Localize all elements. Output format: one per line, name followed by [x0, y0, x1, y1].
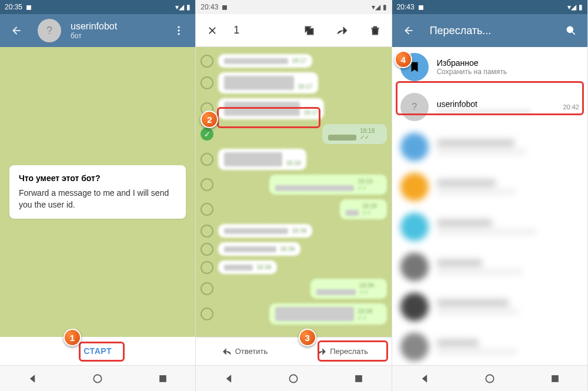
nav-back-icon[interactable] [419, 373, 430, 385]
status-bar: 20:35◼ ▾◢▮ [0, 0, 195, 14]
message-row[interactable]: 18:34 ✓✓ [201, 279, 386, 299]
bot-avatar[interactable]: ? [38, 19, 61, 42]
avatar-icon: ? [400, 93, 429, 121]
forward-header: Переслать... [392, 14, 587, 47]
svg-point-6 [290, 375, 298, 382]
list-item[interactable] [392, 207, 587, 247]
chat-subtitle: бот [71, 32, 158, 40]
list-item[interactable] [392, 167, 587, 207]
select-circle[interactable] [201, 178, 213, 191]
header-title-block[interactable]: userinfobot бот [71, 21, 158, 40]
svg-point-3 [93, 375, 101, 382]
svg-rect-7 [355, 375, 362, 382]
message-bubble[interactable]: 18:34 [218, 242, 300, 256]
nav-home-icon[interactable] [92, 373, 103, 385]
status-time: 20:35 [5, 3, 22, 11]
message-bubble[interactable]: 18:17 [218, 72, 318, 93]
nav-home-icon[interactable] [484, 373, 496, 385]
wifi-icon: ▾◢ [175, 3, 184, 11]
copy-button[interactable] [298, 19, 321, 42]
forward-label: Переслать [330, 347, 368, 356]
battery-icon: ▮ [186, 3, 191, 11]
message-row[interactable]: 18:17 [201, 54, 386, 68]
message-bubble[interactable]: 18:19 ✓✓ [340, 199, 387, 219]
reply-icon [222, 347, 232, 356]
message-bubble[interactable]: 18:18 ✓✓ [322, 124, 387, 144]
chat-list[interactable]: Избранное Сохранить на память ? userinfo… [392, 47, 587, 365]
message-bubble[interactable]: 18:34 [218, 224, 312, 238]
message-bubble[interactable]: 18:19 ✓✓ [269, 175, 387, 195]
select-circle[interactable] [201, 203, 213, 216]
more-button[interactable] [167, 19, 191, 42]
message-row[interactable]: 18:18 [201, 149, 386, 170]
list-item[interactable] [392, 247, 587, 287]
message-row[interactable]: 18:19 ✓✓ [201, 199, 386, 219]
chat-area: Что умеет этот бот? Forward a message to… [0, 47, 195, 337]
android-nav-bar [0, 365, 195, 391]
message-row[interactable]: 18:17 [201, 98, 386, 119]
wifi-icon: ▾◢ [372, 3, 380, 11]
chat-time: 20:42 [563, 103, 579, 111]
nav-recent-icon[interactable] [157, 373, 169, 385]
chat-title: userinfobot [71, 21, 158, 32]
select-circle[interactable] [201, 243, 213, 256]
android-nav-bar [196, 365, 391, 391]
userinfobot-item[interactable]: ? userinfobot 20:42 [392, 87, 587, 127]
select-circle[interactable] [201, 308, 213, 320]
message-bubble[interactable]: 18:34 [218, 260, 277, 274]
saved-messages-item[interactable]: Избранное Сохранить на память [392, 47, 587, 87]
bot-question: Что умеет этот бот? [19, 173, 176, 183]
select-circle[interactable] [201, 76, 213, 89]
android-nav-bar [392, 365, 587, 391]
svg-point-1 [178, 29, 180, 31]
nav-home-icon[interactable] [288, 373, 299, 385]
nav-recent-icon[interactable] [549, 373, 561, 385]
forward-icon-button[interactable] [330, 19, 354, 42]
list-item[interactable] [392, 327, 587, 365]
message-row[interactable]: 18:34 ✓✓ [201, 303, 386, 325]
saved-subtitle: Сохранить на память [437, 68, 579, 76]
bot-info-card: Что умеет этот бот? Forward a message to… [9, 165, 186, 219]
chat-area[interactable]: 18:1718:1718:17✓18:18 ✓✓18:1818:19 ✓✓18:… [196, 47, 391, 337]
message-bubble[interactable]: 18:34 ✓✓ [269, 303, 387, 325]
start-bar: СТАРТ [0, 337, 195, 365]
message-bubble[interactable]: 18:17 [218, 54, 312, 68]
nav-back-icon[interactable] [223, 373, 235, 385]
forward-title: Переслать... [430, 25, 550, 37]
select-circle[interactable]: ✓ [201, 128, 213, 141]
message-row[interactable]: 18:34 [201, 260, 386, 274]
message-row[interactable]: ✓18:18 ✓✓ [201, 124, 386, 144]
select-circle[interactable] [201, 153, 213, 166]
nav-back-icon[interactable] [26, 373, 38, 385]
chat-header: ? userinfobot бот [0, 14, 195, 47]
search-button[interactable] [559, 19, 583, 42]
forward-button[interactable]: Переслать [294, 347, 392, 356]
list-item[interactable] [392, 287, 587, 327]
select-circle[interactable] [201, 261, 213, 274]
saved-title: Избранное [437, 58, 579, 68]
select-circle[interactable] [201, 225, 213, 238]
step-badge-1: 1 [64, 329, 81, 346]
status-time: 20:43 [397, 3, 415, 11]
reply-button[interactable]: Ответить [196, 347, 293, 356]
message-row[interactable]: 18:17 [201, 72, 386, 93]
delete-button[interactable] [363, 19, 387, 42]
message-bubble[interactable]: 18:34 ✓✓ [310, 279, 387, 299]
back-button[interactable] [5, 19, 28, 42]
notification-icon: ◼ [26, 3, 32, 11]
list-item[interactable] [392, 127, 587, 167]
start-button[interactable]: СТАРТ [69, 342, 126, 360]
status-bar: 20:43◼ ▾◢▮ [196, 0, 391, 14]
selection-header: 1 [196, 14, 391, 47]
message-bubble[interactable]: 18:18 [218, 149, 306, 170]
select-circle[interactable] [201, 282, 213, 295]
panel-forward-target: 20:43◼ ▾◢▮ Переслать... Избранное Сохран… [392, 0, 588, 391]
message-row[interactable]: 18:34 [201, 242, 386, 256]
back-button[interactable] [397, 19, 420, 42]
close-selection-button[interactable] [201, 19, 224, 42]
nav-recent-icon[interactable] [353, 373, 365, 385]
message-row[interactable]: 18:34 [201, 224, 386, 238]
message-bubble[interactable]: 18:17 [218, 98, 324, 119]
message-row[interactable]: 18:19 ✓✓ [201, 175, 386, 195]
select-circle[interactable] [201, 55, 213, 68]
